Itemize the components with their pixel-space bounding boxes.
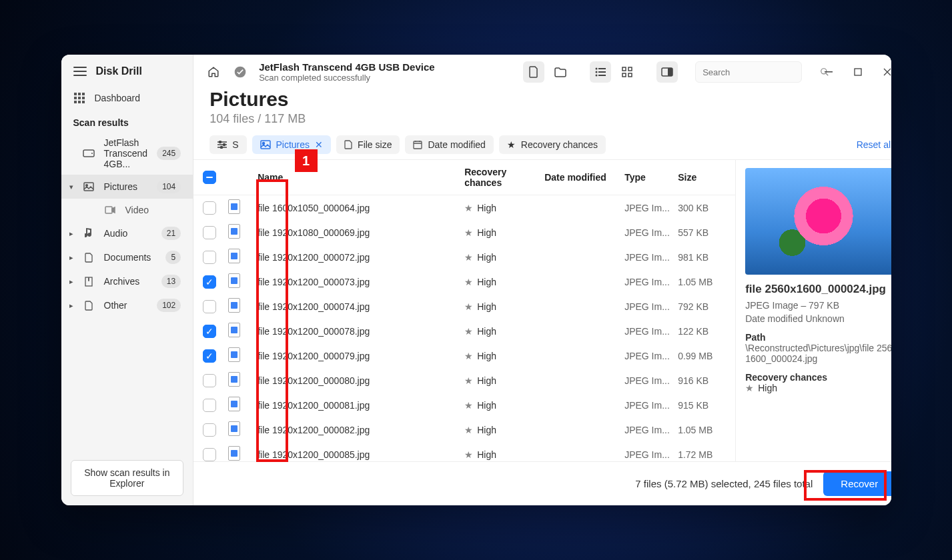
svg-rect-1 (78, 93, 81, 95)
row-checkbox[interactable]: ✓ (203, 275, 216, 289)
cell-recovery: ★High (462, 375, 542, 386)
cell-recovery: ★High (462, 449, 542, 460)
row-checkbox[interactable] (203, 423, 216, 437)
filter-date-chip[interactable]: Date modified (405, 135, 493, 154)
show-in-explorer-button[interactable]: Show scan results in Explorer (71, 460, 184, 496)
sidebar-item-documents[interactable]: ▸Documents5 (61, 245, 193, 269)
row-checkbox[interactable] (203, 226, 216, 239)
sidebar-item-label: Video (125, 205, 149, 215)
sidebar-item-dashboard[interactable]: Dashboard (61, 84, 193, 112)
row-checkbox[interactable]: ✓ (203, 325, 216, 338)
table-row[interactable]: file 1920x1200_000074.jpg★HighJPEG Im...… (193, 294, 735, 319)
cell-size: 792 KB (675, 301, 735, 312)
svg-rect-34 (261, 141, 270, 149)
svg-point-33 (221, 147, 223, 149)
sidebar-item-video[interactable]: Video (61, 199, 193, 221)
table-row[interactable]: file 1920x1200_000072.jpg★HighJPEG Im...… (193, 245, 735, 269)
cell-size: 1.05 MB (675, 277, 735, 287)
window-minimize-button[interactable] (817, 61, 841, 83)
filter-pictures-chip[interactable]: Pictures ✕ (252, 135, 332, 154)
sidebar: Disk Drill Dashboard Scan results JetFla… (61, 55, 194, 505)
recover-button[interactable]: Recover (823, 471, 891, 496)
filter-filesize-chip[interactable]: File size (336, 135, 400, 154)
toggle-preview-icon[interactable] (656, 61, 678, 83)
count-badge: 104 (157, 180, 181, 193)
search-box[interactable] (695, 61, 802, 83)
table-row[interactable]: file 1920x1200_000081.jpg★HighJPEG Im...… (193, 393, 735, 417)
page-title: Pictures (209, 88, 891, 111)
row-checkbox[interactable] (203, 251, 216, 264)
hamburger-icon[interactable] (73, 67, 87, 76)
cell-size: 122 KB (675, 326, 735, 337)
svg-rect-24 (622, 73, 626, 77)
svg-point-16 (596, 68, 598, 70)
col-recovery[interactable]: Recovery chances (462, 167, 542, 188)
cell-size: 1.05 MB (675, 425, 735, 435)
row-checkbox[interactable] (203, 448, 216, 461)
filter-recovery-chip[interactable]: ★ Recovery chances (499, 135, 606, 154)
cell-size: 916 KB (675, 375, 735, 386)
select-all-checkbox[interactable] (203, 171, 216, 184)
row-checkbox[interactable] (203, 300, 216, 313)
cell-type: JPEG Im... (622, 326, 675, 337)
sidebar-item-audio[interactable]: ▸Audio21 (61, 221, 193, 245)
file-type-icon (228, 273, 240, 288)
cell-size: 300 KB (675, 203, 735, 213)
cell-recovery: ★High (462, 301, 542, 312)
preview-path-label: Path (745, 332, 891, 343)
sidebar-item-other[interactable]: ▸Other102 (61, 293, 193, 317)
preview-filename: file 2560x1600_000024.jpg (745, 283, 891, 296)
svg-rect-5 (82, 97, 85, 99)
table-row[interactable]: file 1920x1200_000085.jpg★HighJPEG Im...… (193, 442, 735, 461)
row-checkbox[interactable]: ✓ (203, 349, 216, 363)
app-title: Disk Drill (96, 65, 142, 77)
window-close-button[interactable] (875, 61, 891, 83)
table-row[interactable]: file 1600x1050_000064.jpg★HighJPEG Im...… (193, 195, 735, 220)
row-checkbox[interactable] (203, 399, 216, 412)
filter-search-chip[interactable]: S (209, 135, 246, 154)
svg-rect-7 (78, 101, 81, 103)
table-row[interactable]: ✓file 1920x1200_000078.jpg★HighJPEG Im..… (193, 319, 735, 343)
window-maximize-button[interactable] (846, 61, 870, 83)
sidebar-item-device[interactable]: JetFlash Transcend 4GB... 245 (61, 132, 193, 175)
sidebar-item-archives[interactable]: ▸Archives13 (61, 269, 193, 293)
svg-point-31 (219, 141, 221, 143)
row-checkbox[interactable] (203, 201, 216, 215)
col-type[interactable]: Type (622, 172, 675, 183)
col-date[interactable]: Date modified (542, 172, 622, 183)
home-icon[interactable] (203, 61, 224, 83)
table-row[interactable]: ✓file 1920x1200_000073.jpg★HighJPEG Im..… (193, 269, 735, 294)
cell-name: file 1920x1200_000079.jpg (255, 351, 462, 361)
table-row[interactable]: ✓file 1920x1200_000079.jpg★HighJPEG Im..… (193, 343, 735, 368)
table-row[interactable]: file 1920x1200_000080.jpg★HighJPEG Im...… (193, 368, 735, 393)
sidebar-item-label: Dashboard (95, 93, 141, 103)
view-file-icon[interactable] (523, 61, 544, 83)
table-row[interactable]: file 1920x1200_000082.jpg★HighJPEG Im...… (193, 417, 735, 442)
svg-rect-17 (598, 68, 606, 69)
close-icon[interactable]: ✕ (315, 139, 323, 150)
chevron-right-icon: ▸ (69, 277, 73, 286)
cell-recovery: ★High (462, 326, 542, 337)
table-row[interactable]: file 1920x1080_000069.jpg★HighJPEG Im...… (193, 220, 735, 245)
cell-name: file 1920x1200_000078.jpg (255, 326, 462, 337)
cell-size: 1.72 MB (675, 449, 735, 460)
search-input[interactable] (701, 67, 816, 78)
calendar-icon (413, 140, 422, 149)
col-size[interactable]: Size (675, 172, 735, 183)
row-checkbox[interactable] (203, 374, 216, 387)
reset-all-link[interactable]: Reset all (857, 139, 891, 150)
preview-panel: file 2560x1600_000024.jpg JPEG Image – 7… (735, 160, 891, 461)
cell-name: file 1920x1200_000074.jpg (255, 301, 462, 312)
svg-rect-29 (825, 71, 833, 73)
cell-name: file 1920x1200_000082.jpg (255, 425, 462, 435)
col-name[interactable]: Name (255, 172, 462, 183)
view-list-icon[interactable] (590, 61, 611, 83)
svg-rect-19 (598, 71, 606, 73)
sidebar-item-label: JetFlash Transcend 4GB... (104, 137, 148, 169)
count-badge: 13 (161, 275, 181, 288)
view-folder-icon[interactable] (550, 61, 571, 83)
cell-size: 981 KB (675, 252, 735, 263)
star-icon: ★ (507, 139, 516, 150)
sidebar-item-pictures[interactable]: ▾Pictures104 (61, 175, 193, 199)
view-grid-icon[interactable] (616, 61, 638, 83)
